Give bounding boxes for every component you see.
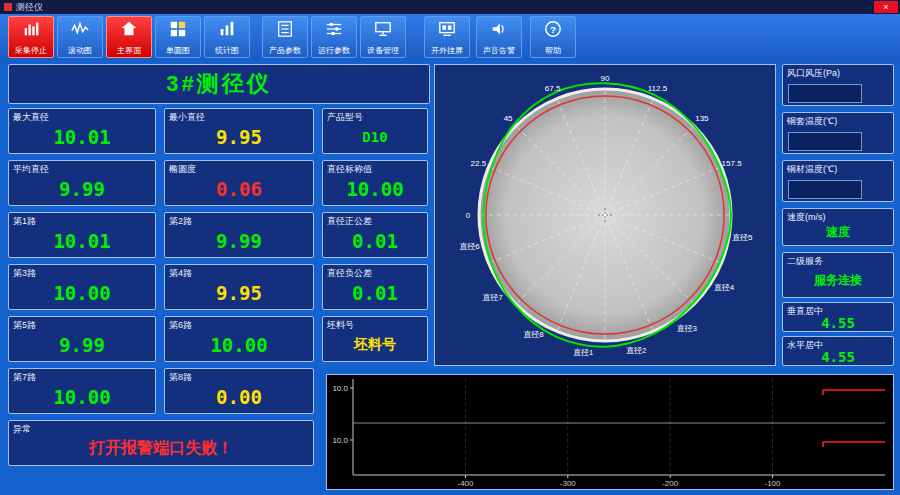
svg-text:157.5: 157.5 bbox=[722, 159, 743, 168]
status-value-inset bbox=[788, 84, 862, 103]
svg-text:45: 45 bbox=[504, 114, 513, 123]
field-value: 0.01 bbox=[325, 278, 425, 307]
field-box-1: 最小直径9.95 bbox=[164, 108, 314, 154]
toolbar-button-label: 运行参数 bbox=[318, 46, 350, 55]
status-box-3: 速度(m/s)速度 bbox=[782, 208, 894, 246]
field-box-0: 最大直径10.01 bbox=[8, 108, 156, 154]
trend-chart-panel: 10.010.0 -400-300-200-100 bbox=[326, 374, 894, 490]
toolbar-button-label: 单圆图 bbox=[166, 46, 190, 55]
status-box-2: 铜材温度(℃) bbox=[782, 160, 894, 202]
svg-text:直径6: 直径6 bbox=[459, 242, 480, 251]
field-value: 9.95 bbox=[167, 122, 311, 151]
toolbar-button-label: 滚动图 bbox=[68, 46, 92, 55]
field-box-6: 第1路10.01 bbox=[8, 212, 156, 258]
svg-text:-100: -100 bbox=[764, 479, 781, 488]
status-value: 4.55 bbox=[785, 316, 891, 329]
svg-text:-300: -300 bbox=[560, 479, 577, 488]
field-value: D10 bbox=[325, 122, 425, 151]
field-box-14: 坯料号坯料号 bbox=[322, 316, 428, 362]
field-box-13: 第6路10.00 bbox=[164, 316, 314, 362]
status-box-4: 二级服务服务连接 bbox=[782, 252, 894, 298]
status-value: 服务连接 bbox=[785, 266, 891, 295]
field-value: 10.00 bbox=[11, 382, 153, 411]
svg-text:0: 0 bbox=[466, 211, 471, 220]
svg-text:22.5: 22.5 bbox=[471, 159, 487, 168]
toolbar-button-acquisition-stop[interactable]: 采集停止 bbox=[8, 16, 54, 58]
svg-text:10.0: 10.0 bbox=[332, 436, 348, 445]
svg-text:直径8: 直径8 bbox=[523, 330, 544, 339]
field-box-4: 椭圆度0.06 bbox=[164, 160, 314, 206]
toolbar: 采集停止滚动图主界面单圆图统计图产品参数运行参数设备管理开外挂屏声音告警?帮助 bbox=[0, 14, 900, 60]
toolbar-button-external-screen[interactable]: 开外挂屏 bbox=[424, 16, 470, 58]
toolbar-button-stats-chart[interactable]: 统计图 bbox=[204, 16, 250, 58]
help-icon: ? bbox=[544, 20, 562, 38]
acquisition-stop-icon bbox=[22, 20, 40, 38]
field-value: 10.00 bbox=[11, 278, 153, 307]
main-title-text: 3#测径仪 bbox=[166, 69, 271, 99]
toolbar-button-run-params[interactable]: 运行参数 bbox=[311, 16, 357, 58]
svg-text:直径1: 直径1 bbox=[573, 348, 594, 357]
svg-text:直径4: 直径4 bbox=[714, 283, 735, 292]
window-titlebar: 测径仪 × bbox=[0, 0, 900, 14]
single-chart-icon bbox=[169, 20, 187, 38]
status-label: 风口风压(Pa) bbox=[787, 67, 840, 80]
toolbar-button-label: 开外挂屏 bbox=[431, 46, 463, 55]
toolbar-button-label: 统计图 bbox=[215, 46, 239, 55]
field-box-3: 平均直径9.99 bbox=[8, 160, 156, 206]
trend-chart: 10.010.0 -400-300-200-100 bbox=[327, 375, 893, 489]
field-value: 9.99 bbox=[11, 330, 153, 359]
run-params-icon bbox=[325, 20, 343, 38]
status-value-inset bbox=[788, 180, 862, 199]
field-value: 9.95 bbox=[167, 278, 311, 307]
toolbar-button-sound-alarm[interactable]: 声音告警 bbox=[476, 16, 522, 58]
field-value: 9.99 bbox=[167, 226, 311, 255]
svg-text:67.5: 67.5 bbox=[545, 84, 561, 93]
status-box-6: 水平居中4.55 bbox=[782, 336, 894, 366]
field-value: 0.06 bbox=[167, 174, 311, 203]
field-box-11: 直径负公差0.01 bbox=[322, 264, 428, 310]
field-box-15: 第7路10.00 bbox=[8, 368, 156, 414]
field-box-7: 第2路9.99 bbox=[164, 212, 314, 258]
status-label: 铜套温度(℃) bbox=[787, 115, 837, 128]
svg-text:112.5: 112.5 bbox=[648, 84, 668, 93]
svg-text:?: ? bbox=[550, 24, 556, 35]
toolbar-button-device-manage[interactable]: 设备管理 bbox=[360, 16, 406, 58]
toolbar-button-scroll-chart[interactable]: 滚动图 bbox=[57, 16, 103, 58]
toolbar-button-label: 采集停止 bbox=[15, 46, 47, 55]
field-value: 10.01 bbox=[11, 226, 153, 255]
field-box-16: 第8路0.00 bbox=[164, 368, 314, 414]
svg-text:直径2: 直径2 bbox=[626, 346, 647, 355]
status-value: 速度 bbox=[785, 222, 891, 243]
field-value: 坯料号 bbox=[325, 330, 425, 359]
field-box-5: 直径标称值10.00 bbox=[322, 160, 428, 206]
status-value-inset bbox=[788, 132, 862, 151]
svg-text:10.0: 10.0 bbox=[332, 384, 348, 393]
main-title: 3#测径仪 bbox=[8, 64, 430, 104]
field-value: 10.00 bbox=[167, 330, 311, 359]
scroll-chart-icon bbox=[71, 20, 89, 38]
toolbar-button-label: 设备管理 bbox=[367, 46, 399, 55]
toolbar-button-help[interactable]: ?帮助 bbox=[530, 16, 576, 58]
status-box-5: 垂直居中4.55 bbox=[782, 302, 894, 332]
field-box-2: 产品型号D10 bbox=[322, 108, 428, 154]
toolbar-button-home[interactable]: 主界面 bbox=[106, 16, 152, 58]
toolbar-button-label: 声音告警 bbox=[483, 46, 515, 55]
product-params-icon bbox=[276, 20, 294, 38]
field-value: 10.01 bbox=[11, 122, 153, 151]
close-button[interactable]: × bbox=[874, 1, 898, 13]
toolbar-button-product-params[interactable]: 产品参数 bbox=[262, 16, 308, 58]
svg-text:直径7: 直径7 bbox=[482, 293, 503, 302]
status-value: 4.55 bbox=[785, 350, 891, 363]
field-value: 0.00 bbox=[167, 382, 311, 411]
home-icon bbox=[120, 20, 138, 38]
toolbar-button-single-chart[interactable]: 单圆图 bbox=[155, 16, 201, 58]
status-box-0: 风口风压(Pa) bbox=[782, 64, 894, 106]
field-box-10: 第4路9.95 bbox=[164, 264, 314, 310]
device-manage-icon bbox=[374, 20, 392, 38]
app-icon bbox=[4, 3, 12, 11]
polar-chart-panel: 022.54567.590112.5135157.5直径1直径2直径3直径4直径… bbox=[434, 64, 776, 366]
field-box-8: 直径正公差0.01 bbox=[322, 212, 428, 258]
sound-alarm-icon bbox=[490, 20, 508, 38]
field-box-17: 异常打开报警端口失败！ bbox=[8, 420, 314, 466]
field-value: 10.00 bbox=[325, 174, 425, 203]
